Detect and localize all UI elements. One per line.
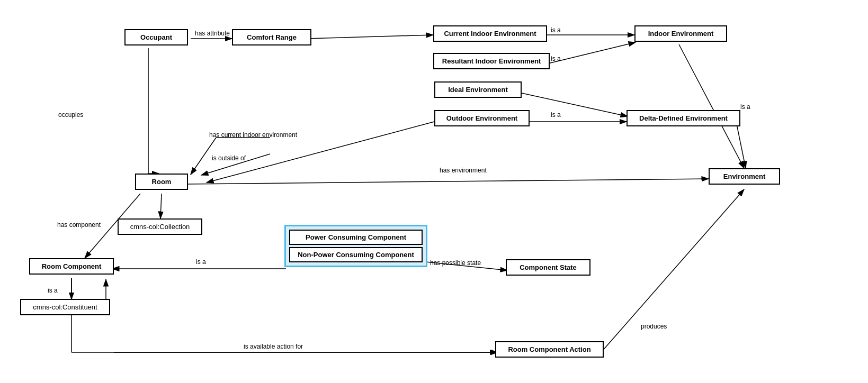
room-component-node: Room Component — [29, 258, 114, 275]
collection-label: cmns-col:Collection — [130, 223, 190, 231]
environment-label: Environment — [723, 172, 765, 180]
component-state-label: Component State — [520, 263, 577, 271]
has-current-indoor-label: has current indoor environment — [209, 131, 297, 139]
current-indoor-label: Current Indoor Environment — [444, 30, 536, 38]
delta-env-label: Delta-Defined Environment — [639, 114, 728, 122]
is-a-room-label: is a — [196, 258, 206, 266]
power-consuming-label: Power Consuming Component — [306, 233, 406, 241]
occupies-label: occupies — [58, 111, 83, 118]
is-available-action-label: is available action for — [244, 343, 303, 350]
is-a-5-label: is a — [48, 287, 58, 294]
is-a-2-label: is a — [551, 55, 561, 62]
has-environment-label: has environment — [440, 167, 487, 174]
outdoor-env-label: Outdoor Environment — [446, 114, 517, 122]
room-comp-action-label: Room Component Action — [508, 345, 590, 353]
occupant-label: Occupant — [140, 33, 172, 41]
ideal-env-node: Ideal Environment — [434, 81, 522, 98]
comfort-range-node: Comfort Range — [232, 29, 311, 45]
svg-line-16 — [160, 194, 162, 218]
non-power-consuming-label: Non-Power Consuming Component — [298, 251, 414, 259]
is-a-env-label: is a — [740, 103, 750, 111]
room-component-label: Room Component — [42, 262, 102, 270]
is-a-1-label: is a — [551, 26, 561, 34]
constituent-label: cmns-col:Constituent — [33, 303, 97, 311]
power-consuming-node: Power Consuming Component — [289, 230, 423, 245]
collection-node: cmns-col:Collection — [118, 218, 202, 235]
room-label: Room — [152, 178, 172, 186]
produces-label: produces — [641, 323, 667, 330]
power-group-box: Power Consuming Component Non-Power Cons… — [284, 225, 427, 267]
has-possible-state-label: has possible state — [430, 259, 481, 267]
outdoor-env-node: Outdoor Environment — [434, 110, 530, 126]
is-a-3-label: is a — [551, 111, 561, 118]
ideal-env-label: Ideal Environment — [448, 86, 508, 94]
svg-line-3 — [307, 35, 433, 39]
constituent-node: cmns-col:Constituent — [20, 299, 110, 315]
comfort-range-label: Comfort Range — [247, 33, 297, 41]
diagram: Occupant Comfort Range Current Indoor En… — [0, 0, 868, 383]
svg-line-10 — [185, 179, 709, 184]
component-state-node: Component State — [506, 259, 590, 276]
is-outside-of-label: is outside of — [212, 154, 246, 162]
room-node: Room — [135, 174, 188, 190]
has-component-label: has component — [57, 221, 101, 229]
svg-line-5 — [548, 42, 636, 63]
indoor-env-node: Indoor Environment — [634, 25, 727, 42]
svg-line-6 — [522, 93, 628, 116]
environment-node: Environment — [709, 168, 780, 185]
occupant-node: Occupant — [124, 29, 188, 45]
room-comp-action-node: Room Component Action — [495, 341, 604, 358]
svg-line-9 — [736, 122, 746, 168]
indoor-env-label: Indoor Environment — [648, 30, 714, 38]
svg-line-24 — [601, 189, 744, 352]
delta-env-node: Delta-Defined Environment — [627, 110, 740, 126]
non-power-consuming-node: Non-Power Consuming Component — [289, 247, 423, 262]
resultant-indoor-label: Resultant Indoor Environment — [442, 57, 541, 65]
current-indoor-node: Current Indoor Environment — [433, 25, 547, 42]
has-attribute-label: has attribute — [195, 30, 230, 37]
resultant-indoor-node: Resultant Indoor Environment — [433, 53, 550, 69]
svg-line-8 — [679, 44, 744, 168]
